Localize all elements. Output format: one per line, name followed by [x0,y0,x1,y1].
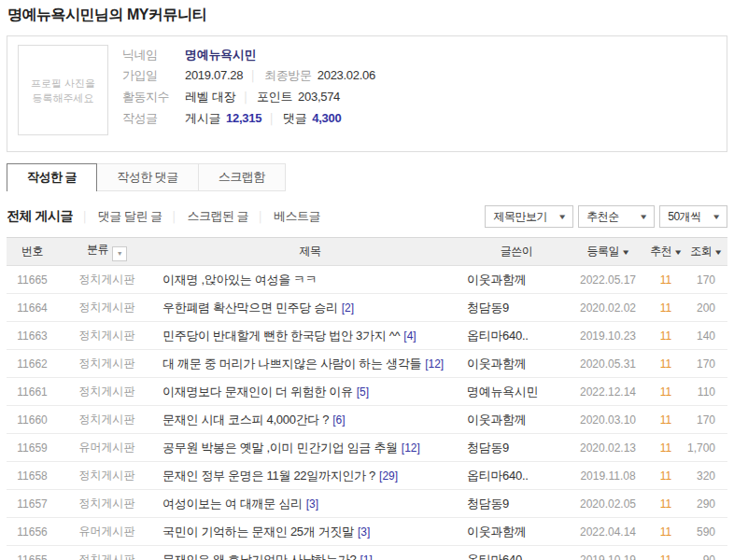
post-recommend-count: 11 [647,378,685,406]
post-author[interactable]: 이웃과함께 [464,406,569,434]
table-row: 11657정치게시판여성이보는 여 대깨문 심리[3]청담동92020.02.0… [7,490,727,518]
post-view-count: 1,700 [685,434,727,462]
post-title-cell: 국민이 기억하는 문재인 25개 거짓말[3] [156,518,464,546]
post-view-count: 320 [685,462,727,490]
filter-best-posts[interactable]: 베스트글 [274,208,320,225]
sort-desc-icon: ▼ [673,248,683,257]
profile-card: 프로필 사진을 등록해주세요 닉네임 명예뉴욕시민 가입일 2019.07.28… [7,35,727,152]
post-title-cell: 이재명 ,앉아있는 여성을 ㅋㅋ [156,266,464,294]
post-category: 유머게시판 [58,518,156,546]
comment-count-badge: [1] [360,553,372,560]
post-title-link[interactable]: 우한폐렴 확산막으면 민주당 승리 [162,301,338,315]
post-category: 정치게시판 [58,322,156,350]
post-view-count: 170 [685,266,727,294]
sort-order-select[interactable]: 추천순 ▼ [578,205,655,228]
comment-count-badge: [4] [403,329,416,343]
join-date-value: 2019.07.28 [185,68,243,82]
table-row: 11662정치게시판대 깨문 중 머리가 나쁘지않은 사람이 하는 생각들[12… [7,350,727,378]
post-author[interactable]: 이웃과함께 [464,518,569,546]
table-row: 11665정치게시판이재명 ,앉아있는 여성을 ㅋㅋ이웃과함께2022.05.1… [7,266,727,294]
post-date: 2020.02.13 [569,434,647,462]
table-row: 11663정치게시판민주당이 반대할게 뻔한 한국당 법안 3가지 ^^[4]옵… [7,322,727,350]
post-author[interactable]: 청담동9 [464,434,569,462]
post-title-cell: 공무원 박봉은 옛말 ,이미 민간기업 임금 추월[12] [156,434,464,462]
comment-count-badge: [5] [357,385,369,399]
post-date: 2020.02.02 [569,294,647,322]
post-number: 11660 [7,406,58,434]
post-title-cell: 문재인 정부 운명은 11월 22일까지인가 ?[29] [156,462,464,490]
category-filter-button[interactable]: ▼ [112,246,127,261]
post-title-link[interactable]: 공무원 박봉은 옛말 ,이미 민간기업 임금 추월 [162,441,398,455]
post-number: 11661 [7,378,58,406]
column-header-date[interactable]: 등록일▼ [569,238,647,266]
page-size-select[interactable]: 50개씩 ▼ [659,205,727,228]
profile-info: 닉네임 명예뉴욕시민 가입일 2019.07.28 │ 최종방문 2023.02… [122,45,375,143]
post-title-link[interactable]: 여성이보는 여 대깨문 심리 [162,497,303,511]
post-title-link[interactable]: 국민이 기억하는 문재인 25개 거짓말 [162,525,354,539]
post-author[interactable]: 청담동9 [464,490,569,518]
post-count-label: 게시글 [185,111,220,125]
post-title-link[interactable]: 대 깨문 중 머리가 나쁘지않은 사람이 하는 생각들 [162,357,421,371]
post-title-link[interactable]: 이재명보다 문재인이 더 위험한 이유 [162,385,353,399]
post-author[interactable]: 명예뉴욕시민 [464,378,569,406]
post-recommend-count: 11 [647,518,685,546]
comment-count-value: 4,300 [312,111,341,125]
post-author[interactable]: 옵티마640.. [464,462,569,490]
tab-written-comments[interactable]: 작성한 댓글 [96,163,199,191]
nickname-value: 명예뉴욕시민 [185,48,256,62]
column-header-views[interactable]: 조회▼ [685,238,727,266]
profile-photo-placeholder[interactable]: 프로필 사진을 등록해주세요 [18,45,108,135]
post-title-link[interactable]: 문재인은 왜 호남기업만 사냥하는가? [162,553,356,560]
post-date: 2022.05.17 [569,266,647,294]
post-author[interactable]: 옵티마640.. [464,546,569,560]
post-title-cell: 여성이보는 여 대깨문 심리[3] [156,490,464,518]
post-author[interactable]: 이웃과함께 [464,350,569,378]
title-view-select[interactable]: 제목만보기 ▼ [485,205,573,228]
profile-row-nickname: 닉네임 명예뉴욕시민 [122,48,375,62]
post-number: 11665 [7,266,58,294]
table-row: 11660정치게시판문재인 시대 코스피 4,000간다 ?[6]이웃과함께20… [7,406,727,434]
post-date: 2019.10.19 [569,546,647,560]
post-title-cell: 민주당이 반대할게 뻔한 한국당 법안 3가지 ^^[4] [156,322,464,350]
post-date: 2019.11.08 [569,462,647,490]
post-view-count: 200 [685,294,727,322]
post-recommend-count: 11 [647,350,685,378]
post-date: 2020.02.05 [569,490,647,518]
post-category: 정치게시판 [58,378,156,406]
page-title: 명예뉴욕시민님의 MY커뮤니티 [7,6,727,25]
tab-written-posts[interactable]: 작성한 글 [7,163,97,191]
column-header-recommend[interactable]: 추천▼ [647,238,685,266]
filter-commented-posts[interactable]: 댓글 달린 글 [98,208,162,225]
post-title-cell: 문재인 시대 코스피 4,000간다 ?[6] [156,406,464,434]
post-table: 번호 분류▼ 제목 글쓴이 등록일▼ 추천▼ 조회▼ 11665정치게시판이재명… [7,237,727,560]
table-row: 11658정치게시판문재인 정부 운명은 11월 22일까지인가 ?[29]옵티… [7,462,727,490]
profile-row-written: 작성글 게시글 12,315 │ 댓글 4,300 [122,111,375,126]
post-title-cell: 문재인은 왜 호남기업만 사냥하는가?[1] [156,546,464,560]
post-category: 정치게시판 [58,294,156,322]
post-category: 정치게시판 [58,546,156,560]
filter-all-posts[interactable]: 전체 게시글 [7,208,73,225]
post-number: 11657 [7,490,58,518]
post-author[interactable]: 이웃과함께 [464,266,569,294]
post-title-link[interactable]: 문재인 정부 운명은 11월 22일까지인가 ? [162,469,375,483]
post-title-link[interactable]: 이재명 ,앉아있는 여성을 ㅋㅋ [162,273,318,287]
post-title-link[interactable]: 민주당이 반대할게 뻔한 한국당 법안 3가지 ^^ [162,329,400,343]
post-author[interactable]: 청담동9 [464,294,569,322]
post-date: 2020.05.31 [569,350,647,378]
post-author[interactable]: 옵티마640.. [464,322,569,350]
title-view-select-value: 제목만보기 [493,209,547,225]
photo-placeholder-text-line2: 등록해주세요 [33,91,94,105]
chevron-down-icon: ▼ [558,213,567,221]
comment-count-badge: [12] [425,357,444,371]
sort-order-select-value: 추천순 [586,209,619,225]
filter-scrapped-posts[interactable]: 스크랩된 글 [187,208,248,225]
post-recommend-count: 11 [647,546,685,560]
post-category: 정치게시판 [58,406,156,434]
tab-bar: 작성한 글 작성한 댓글 스크랩함 [7,163,727,191]
post-category: 정치게시판 [58,490,156,518]
post-category: 유머게시판 [58,434,156,462]
tab-scrapbox[interactable]: 스크랩함 [198,163,286,191]
post-title-cell: 우한폐렴 확산막으면 민주당 승리[2] [156,294,464,322]
post-title-link[interactable]: 문재인 시대 코스피 4,000간다 ? [162,413,329,427]
comment-count-label: 댓글 [283,111,306,125]
